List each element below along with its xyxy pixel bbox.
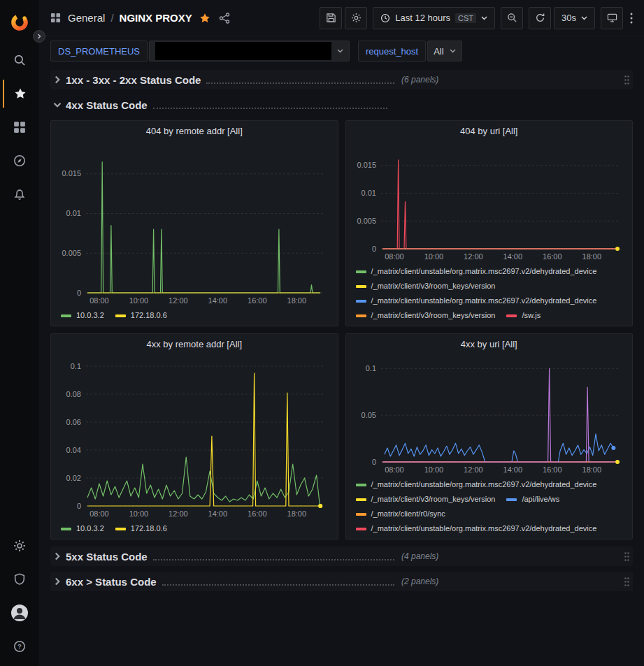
- sidebar-item-server-admin[interactable]: [3, 565, 36, 593]
- legend-item[interactable]: 10.0.3.2: [61, 308, 104, 323]
- sidebar-expand-button[interactable]: [33, 30, 45, 43]
- grafana-logo[interactable]: [4, 8, 35, 36]
- svg-text:0: 0: [371, 458, 375, 466]
- breadcrumb-section[interactable]: General: [68, 12, 105, 24]
- panel-title[interactable]: 4xx by remote addr [All]: [51, 334, 338, 354]
- legend-item[interactable]: /_matrix/client/v3/room_keys/version: [356, 279, 496, 294]
- svg-text:18:00: 18:00: [287, 509, 307, 518]
- gear-icon: [351, 13, 362, 23]
- svg-text:0.04: 0.04: [66, 446, 81, 454]
- drag-handle-icon[interactable]: [624, 75, 630, 85]
- chart-404-by-uri[interactable]: 00.0050.010.01508:0010:0012:0014:0016:00…: [350, 140, 629, 263]
- legend-label: 10.0.3.2: [76, 308, 104, 323]
- variables-bar: DS_PROMETHEUS request_host All: [39, 36, 644, 66]
- variable-value-ds-prometheus[interactable]: [149, 41, 350, 61]
- legend-item[interactable]: /sw.js: [506, 308, 541, 323]
- apps-breadcrumb-button[interactable]: [49, 11, 62, 24]
- legend-item[interactable]: 10.0.3.2: [61, 521, 104, 536]
- sidebar-item-alerting[interactable]: [3, 180, 36, 208]
- sidebar-item-starred[interactable]: [3, 80, 36, 108]
- sidebar-item-configuration[interactable]: [3, 532, 36, 560]
- share-button[interactable]: [217, 11, 231, 25]
- legend-label: /_matrix/client/unstable/org.matrix.msc2…: [371, 521, 597, 536]
- variable-value-request-host[interactable]: All: [427, 41, 461, 61]
- time-range-picker[interactable]: Last 12 hours CST: [373, 7, 495, 29]
- svg-text:0: 0: [77, 289, 81, 297]
- legend-label: /_matrix/client/unstable/org.matrix.msc2…: [371, 477, 597, 492]
- row-panel-count: (4 panels): [401, 551, 438, 561]
- breadcrumb: General / NGINX PROXY: [49, 11, 231, 25]
- dashboard-settings-button[interactable]: [345, 7, 367, 29]
- variable-label-request-host[interactable]: request_host: [358, 41, 426, 61]
- row-dots: [162, 578, 394, 586]
- row-4xx-status-code[interactable]: 4xx Status Code: [50, 95, 633, 115]
- drag-handle-icon[interactable]: [624, 551, 630, 562]
- more-options-button[interactable]: [629, 10, 634, 27]
- panel-title[interactable]: 404 by remote addr [All]: [51, 121, 338, 140]
- zoom-out-time-button[interactable]: [501, 7, 523, 29]
- legend-item[interactable]: /_matrix/client/r0/sync: [356, 507, 445, 521]
- clock-icon: [380, 13, 390, 23]
- svg-text:08:00: 08:00: [385, 252, 404, 261]
- avatar: [10, 604, 29, 622]
- svg-text:0.05: 0.05: [361, 411, 375, 419]
- row-5xx-status-code[interactable]: 5xx Status Code (4 panels): [50, 546, 633, 566]
- sidebar-item-dashboards[interactable]: [3, 113, 36, 141]
- zoom-out-icon: [507, 13, 517, 23]
- monitor-icon: [607, 13, 617, 23]
- row-6xx-status-code[interactable]: 6xx > Status Code (2 panels): [50, 572, 633, 591]
- save-dashboard-button[interactable]: [320, 7, 342, 29]
- svg-text:14:00: 14:00: [503, 465, 522, 474]
- legend-label: 172.18.0.6: [131, 521, 167, 536]
- kiosk-mode-button[interactable]: [601, 7, 623, 29]
- legend-swatch: [506, 498, 517, 501]
- refresh-button[interactable]: [529, 7, 551, 29]
- legend-item[interactable]: /_matrix/client/unstable/org.matrix.msc2…: [356, 521, 597, 536]
- svg-text:14:00: 14:00: [208, 296, 228, 305]
- sidebar-item-profile[interactable]: [3, 599, 36, 627]
- legend-swatch: [506, 314, 517, 317]
- help-question-icon: ?: [13, 640, 26, 653]
- legend-swatch: [356, 528, 366, 530]
- shield-icon: [13, 573, 26, 586]
- panel-legend: 10.0.3.2172.18.0.6: [51, 520, 338, 539]
- gear-icon: [13, 540, 26, 552]
- panel-title[interactable]: 404 by uri [All]: [346, 121, 633, 140]
- svg-text:0: 0: [77, 502, 81, 510]
- legend-item[interactable]: /_matrix/client/unstable/org.matrix.msc2…: [356, 477, 597, 492]
- refresh-interval-picker[interactable]: 30s: [554, 7, 595, 29]
- legend-item[interactable]: /_matrix/client/v3/room_keys/version: [356, 492, 496, 507]
- sidebar-item-help[interactable]: ?: [3, 632, 36, 660]
- legend-item[interactable]: 172.18.0.6: [115, 521, 167, 536]
- sidebar-item-search[interactable]: [3, 46, 36, 74]
- svg-text:?: ?: [17, 642, 22, 650]
- row-dots: [153, 553, 394, 560]
- svg-text:14:00: 14:00: [208, 509, 228, 518]
- legend-item[interactable]: /_matrix/client/unstable/org.matrix.msc2…: [356, 264, 597, 279]
- panel-404-by-remote-addr: 404 by remote addr [All] 00.0050.010.015…: [50, 120, 338, 326]
- redacted-value: [155, 42, 331, 60]
- legend-item[interactable]: /_matrix/client/unstable/org.matrix.msc2…: [356, 294, 597, 308]
- favorite-button[interactable]: [198, 11, 212, 25]
- variable-label-ds-prometheus[interactable]: DS_PROMETHEUS: [50, 41, 148, 61]
- svg-text:0.08: 0.08: [66, 390, 81, 398]
- legend-item[interactable]: /_matrix/client/v3/room_keys/version: [356, 308, 496, 323]
- chart-4xx-by-uri[interactable]: 00.050.108:0010:0012:0014:0016:0018:00: [350, 354, 629, 476]
- breadcrumb-dashboard-title[interactable]: NGINX PROXY: [120, 12, 192, 24]
- row-title: 6xx > Status Code: [66, 576, 157, 588]
- chart-4xx-by-remote-addr[interactable]: 00.020.040.060.080.108:0010:0012:0014:00…: [55, 354, 334, 520]
- legend-item[interactable]: /api/live/ws: [506, 492, 559, 507]
- svg-text:0.005: 0.005: [62, 249, 81, 257]
- legend-item[interactable]: 172.18.0.6: [115, 308, 167, 323]
- legend-swatch: [356, 513, 366, 516]
- row-1xx-3xx-2xx-status-code[interactable]: 1xx - 3xx - 2xx Status Code (6 panels): [50, 70, 633, 89]
- svg-text:0.1: 0.1: [71, 362, 81, 370]
- panel-title[interactable]: 4xx by uri [All]: [346, 334, 633, 354]
- sidebar-item-explore[interactable]: [3, 147, 36, 175]
- drag-handle-icon[interactable]: [624, 577, 630, 587]
- legend-swatch: [61, 528, 71, 530]
- chevron-right-icon: [53, 577, 62, 586]
- panel-404-by-uri: 404 by uri [All] 00.0050.010.01508:0010:…: [345, 120, 634, 326]
- panel-legend: /_matrix/client/unstable/org.matrix.msc2…: [346, 476, 633, 539]
- chart-404-by-remote-addr[interactable]: 00.0050.010.01508:0010:0012:0014:0016:00…: [55, 140, 334, 307]
